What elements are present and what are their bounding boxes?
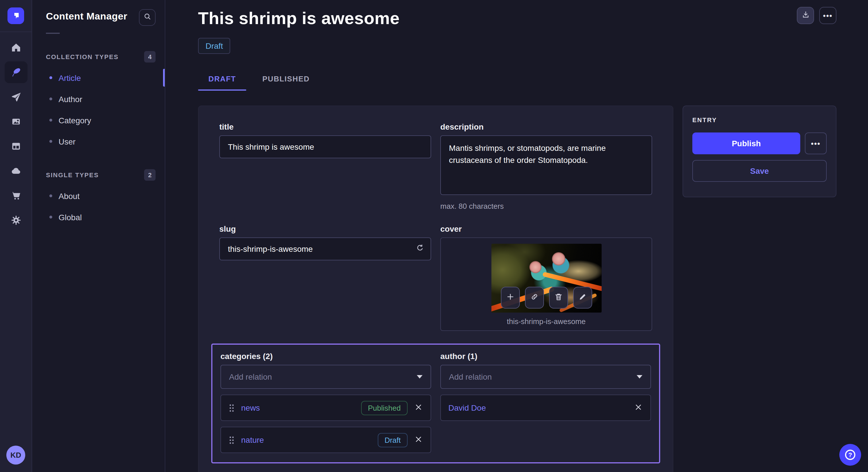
relation-link[interactable]: David Doe [448, 403, 627, 412]
question-icon: ? [845, 450, 856, 460]
title-label: title [219, 122, 431, 131]
download-icon [801, 10, 810, 21]
sidebar-item-transfer[interactable] [4, 86, 27, 108]
slug-input[interactable] [219, 237, 431, 260]
author-add-relation-select[interactable]: Add relation [440, 365, 651, 389]
remove-relation-button[interactable] [414, 434, 423, 445]
copy-link-button[interactable] [525, 287, 544, 308]
close-icon [415, 403, 422, 412]
user-avatar[interactable]: KD [6, 446, 25, 465]
bullet-icon [50, 119, 52, 122]
rail-nav [4, 37, 27, 446]
relation-item-news: news Published [220, 395, 431, 421]
title-input[interactable] [219, 135, 431, 158]
more-options-button[interactable]: ••• [819, 7, 836, 24]
relation-status-badge: Draft [378, 433, 408, 447]
tab-published[interactable]: PUBLISHED [252, 69, 320, 91]
sidebar-item-article[interactable]: Article [32, 67, 165, 88]
cover-label: cover [440, 224, 652, 233]
sidebar-item-settings[interactable] [4, 209, 27, 231]
sidebar-item-about[interactable]: About [32, 185, 165, 206]
single-types-list: About Global [32, 185, 165, 228]
regenerate-slug-button[interactable] [415, 244, 424, 254]
chevron-down-icon [637, 375, 642, 378]
slug-label: slug [219, 224, 431, 233]
trash-icon [554, 293, 563, 303]
relation-link[interactable]: nature [241, 435, 371, 444]
author-label: author (1) [440, 351, 651, 361]
sidebar-item-content-manager[interactable] [4, 61, 27, 83]
bullet-icon [50, 140, 52, 143]
edit-asset-button[interactable] [573, 287, 592, 308]
entry-heading: ENTRY [692, 116, 827, 123]
status-badge: Draft [198, 38, 230, 54]
link-icon [530, 293, 538, 303]
description-textarea[interactable]: Mantis shrimps, or stomatopods, are mari… [440, 135, 652, 195]
ellipsis-icon: ••• [823, 11, 832, 20]
images-icon [10, 116, 22, 127]
bullet-icon [50, 76, 52, 79]
tab-draft[interactable]: DRAFT [198, 69, 246, 91]
save-button[interactable]: Save [692, 160, 827, 182]
cover-actions [501, 287, 592, 308]
remove-relation-button[interactable] [414, 402, 423, 413]
search-button[interactable] [139, 9, 156, 26]
page-title: This shrimp is awesome [198, 8, 836, 29]
cover-card: this-shrimp-is-awesome [440, 237, 652, 331]
description-label: description [440, 122, 652, 131]
drag-handle-icon[interactable] [228, 435, 235, 445]
author-field: author (1) Add relation David Doe [440, 351, 651, 453]
sidebar-item-content-type-builder[interactable] [4, 135, 27, 157]
sidebar-item-global[interactable]: Global [32, 206, 165, 228]
bullet-icon [50, 194, 52, 197]
collection-types-count: 4 [144, 51, 156, 63]
collection-types-label: COLLECTION TYPES [46, 53, 119, 60]
edit-form-panel: title description Mantis shrimps, or sto… [198, 105, 673, 472]
content-manager-sidebar: Content Manager COLLECTION TYPES 4 Artic… [32, 0, 165, 472]
refresh-icon [415, 244, 424, 254]
add-asset-button[interactable] [501, 287, 520, 308]
strapi-app: KD Content Manager COLLECTION TYPES 4 Ar… [0, 0, 868, 472]
publish-button[interactable]: Publish [692, 133, 800, 154]
sidebar-item-deploy[interactable] [4, 160, 27, 182]
categories-add-relation-select[interactable]: Add relation [220, 365, 431, 389]
sidebar-item-author[interactable]: Author [32, 88, 165, 109]
export-button[interactable] [797, 7, 814, 24]
logo-wrap [0, 0, 32, 32]
strapi-logo[interactable] [7, 7, 24, 24]
remove-relation-button[interactable] [634, 402, 643, 413]
home-icon [10, 42, 22, 53]
collection-types-section: COLLECTION TYPES 4 Article Author Catego… [32, 51, 165, 152]
relation-link[interactable]: news [241, 403, 355, 412]
description-field: description Mantis shrimps, or stomatopo… [440, 122, 652, 210]
sidebar-divider [46, 33, 60, 34]
sidebar-item-category[interactable]: Category [32, 109, 165, 131]
cover-field: cover [440, 224, 652, 331]
close-icon [415, 436, 422, 444]
help-button[interactable]: ? [839, 444, 861, 466]
relation-status-badge: Published [361, 401, 408, 415]
entry-more-button[interactable]: ••• [805, 133, 827, 154]
sidebar-item-home[interactable] [4, 37, 27, 59]
drag-handle-icon[interactable] [228, 403, 235, 413]
categories-label: categories (2) [220, 351, 431, 361]
cover-image[interactable] [491, 244, 601, 312]
sidebar-item-user[interactable]: User [32, 131, 165, 152]
collection-types-list: Article Author Category User [32, 67, 165, 152]
cart-icon [10, 190, 22, 201]
ellipsis-icon: ••• [811, 139, 820, 148]
search-icon [143, 12, 151, 22]
slug-field: slug [219, 224, 431, 331]
delete-asset-button[interactable] [549, 287, 568, 308]
nav-rail: KD [0, 0, 32, 472]
single-types-count: 2 [144, 169, 156, 181]
feather-icon [10, 67, 22, 78]
relation-item-david-doe: David Doe [440, 395, 651, 421]
title-field: title [219, 122, 431, 210]
main-content: ••• This shrimp is awesome Draft DRAFT P… [165, 0, 868, 472]
sidebar-item-marketplace[interactable] [4, 185, 27, 206]
sidebar-title: Content Manager [46, 9, 127, 22]
strapi-logo-icon [11, 11, 20, 20]
relation-item-nature: nature Draft [220, 427, 431, 453]
sidebar-item-media-library[interactable] [4, 111, 27, 133]
